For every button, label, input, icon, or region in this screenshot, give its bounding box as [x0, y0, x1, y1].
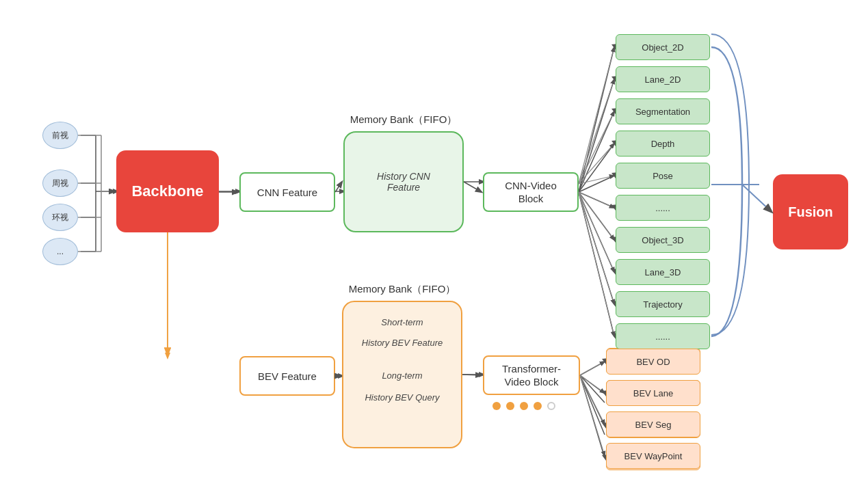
- svg-line-41: [580, 375, 605, 394]
- svg-line-31: [579, 192, 614, 240]
- svg-line-35: [579, 192, 614, 304]
- memory-green-label: Memory Bank（FIFO）: [339, 113, 469, 126]
- memory-orange-long: Long-term: [343, 370, 461, 381]
- svg-line-70: [579, 192, 614, 272]
- dot1: [492, 402, 501, 410]
- svg-line-27: [579, 176, 614, 192]
- svg-line-77: [742, 185, 772, 212]
- svg-line-66: [579, 144, 614, 184]
- output-trajectory: Trajectory: [616, 291, 710, 317]
- output-depth: Depth: [616, 131, 710, 157]
- svg-line-23: [579, 111, 614, 192]
- output-lane2d: Lane_2D: [616, 66, 710, 92]
- fusion-block: Fusion: [773, 174, 848, 249]
- svg-line-39: [580, 362, 605, 375]
- memory-orange-hist-query: History BEV Query: [343, 392, 461, 403]
- svg-line-74: [580, 375, 605, 393]
- memory-orange-hist-feat: History BEV Feature: [343, 338, 461, 348]
- backbone-block: Backbone: [116, 150, 219, 232]
- cnn-video-block: CNN-Video Block: [483, 172, 579, 212]
- svg-line-71: [579, 192, 614, 304]
- output-segmentation: Segmentation: [616, 98, 710, 124]
- output-object2d: Object_2D: [616, 34, 710, 60]
- svg-line-62: [462, 375, 482, 375]
- output-bev-waypoint: BEV WayPoint: [606, 443, 700, 469]
- input-huanshi: 环视: [42, 204, 78, 231]
- transformer-video-block: Transformer- Video Block: [483, 355, 580, 395]
- dot3: [520, 402, 528, 410]
- svg-line-19: [579, 47, 614, 192]
- svg-line-25: [579, 144, 614, 192]
- svg-line-43: [580, 375, 605, 426]
- svg-line-64: [579, 79, 614, 184]
- output-pose: Pose: [616, 163, 710, 189]
- output-object3d: Object_3D: [616, 227, 710, 253]
- memory-bank-green: History CNN Feature: [343, 131, 464, 232]
- input-zhoushi: 周视: [42, 170, 78, 197]
- svg-line-73: [580, 362, 605, 375]
- memory-bank-orange: Short-term History BEV Feature Long-term…: [342, 301, 462, 448]
- cnn-feature-block: CNN Feature: [239, 172, 335, 212]
- svg-line-65: [579, 111, 614, 184]
- output-bev-seg: BEV Seg: [606, 411, 700, 437]
- svg-marker-14: [165, 353, 170, 360]
- output-lane3d: Lane_3D: [616, 259, 710, 285]
- dot5: [547, 402, 555, 410]
- svg-line-67: [579, 176, 614, 184]
- svg-line-63: [579, 47, 614, 184]
- svg-line-72: [579, 192, 614, 336]
- svg-line-76: [580, 375, 605, 456]
- svg-line-29: [579, 192, 614, 208]
- bev-feature-block: BEV Feature: [239, 356, 335, 396]
- svg-line-45: [580, 375, 605, 458]
- memory-green-inner: History CNN Feature: [377, 171, 430, 193]
- output-dots1: ......: [616, 195, 710, 221]
- memory-orange-label: Memory Bank（FIFO）: [337, 283, 467, 296]
- output-bev-od: BEV OD: [606, 349, 700, 375]
- diagram: 前视 周视 环视 ... Backbone CNN Feature BEV Fe…: [0, 0, 868, 488]
- svg-line-21: [579, 79, 614, 192]
- svg-line-59: [464, 182, 482, 192]
- dots-row: [492, 402, 555, 410]
- memory-orange-short: Short-term: [343, 317, 461, 327]
- dot2: [506, 402, 514, 410]
- svg-line-68: [579, 192, 614, 208]
- input-qianshi: 前视: [42, 122, 78, 149]
- input-dots: ...: [42, 238, 78, 265]
- svg-line-75: [580, 375, 605, 424]
- svg-line-69: [579, 192, 614, 240]
- svg-line-47: [580, 375, 605, 403]
- svg-line-33: [579, 192, 614, 272]
- dot4: [534, 402, 542, 410]
- svg-line-58: [335, 182, 342, 192]
- output-bev-lane: BEV Lane: [606, 380, 700, 406]
- output-dots2: ......: [616, 323, 710, 349]
- svg-line-37: [579, 192, 614, 336]
- svg-line-48: [580, 375, 605, 435]
